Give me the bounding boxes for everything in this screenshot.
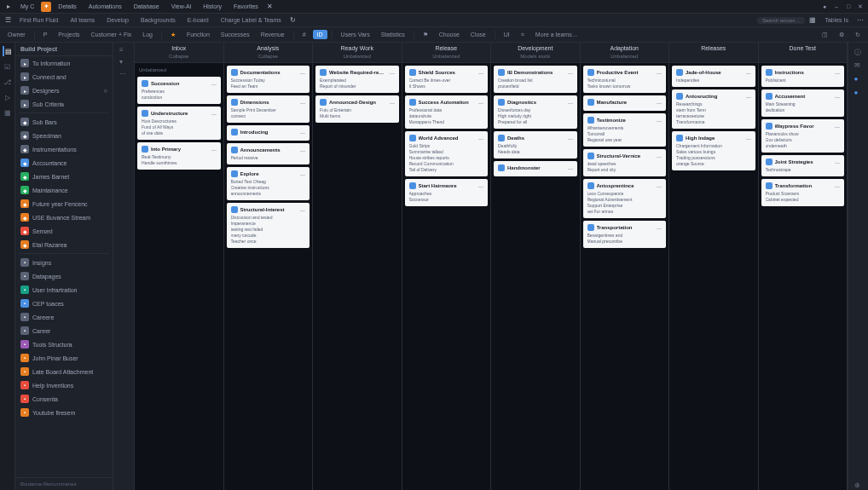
card-more-icon[interactable]: ⋯ <box>390 100 395 106</box>
card-more-icon[interactable]: ⋯ <box>657 183 662 189</box>
sidebar-item[interactable]: ▪Help Inventions <box>15 378 113 392</box>
minimize-button[interactable]: – <box>832 3 841 11</box>
kanban-card[interactable]: Antosprentince⋯Less ConsequenceRegional … <box>583 179 667 218</box>
dot1-icon[interactable]: ● <box>854 75 863 84</box>
card-more-icon[interactable]: ⋯ <box>746 94 751 100</box>
sort-icon[interactable]: ≡ <box>517 30 529 39</box>
kanban-card[interactable]: Structural-Vernice⋯dead speechesReport e… <box>583 149 667 176</box>
layout-icon[interactable]: ◫ <box>818 30 832 40</box>
card-more-icon[interactable]: ⋯ <box>746 135 751 141</box>
card-more-icon[interactable]: ⋯ <box>835 70 840 76</box>
sidebar-item[interactable]: ◆USE Buvance Stream <box>15 210 113 224</box>
app-logo-icon[interactable]: ✦ <box>41 2 51 12</box>
close-window-button[interactable]: ✕ <box>856 3 865 11</box>
kanban-card[interactable]: Announced-Design⋯Futu of EntertainMulti … <box>315 95 399 123</box>
kanban-card[interactable]: IB Demonstrations⋯Creation broad listpro… <box>494 66 577 93</box>
refresh2-icon[interactable]: ↻ <box>851 30 865 40</box>
menu-4[interactable]: Charge Label & Teams <box>217 15 286 25</box>
top-tab-1[interactable]: Automations <box>84 2 127 11</box>
tables-label[interactable]: Tables Is <box>820 15 853 25</box>
toolbar-function[interactable]: Function <box>182 30 214 39</box>
kanban-card[interactable]: Succession⋯Preferencesconduction <box>137 77 221 104</box>
card-more-icon[interactable]: ⋯ <box>478 135 483 141</box>
toolbar-choose[interactable]: Choose <box>435 30 464 39</box>
kanban-card[interactable]: Dimensions⋯Sample Print Decemberconnect <box>227 95 310 123</box>
card-more-icon[interactable]: ⋯ <box>835 94 840 100</box>
kanban-card[interactable]: Introducing⋯ <box>227 125 310 141</box>
kanban-card[interactable]: Transformation⋯Product ScannersCabinet e… <box>761 179 845 206</box>
toolbar-owner[interactable]: Owner <box>3 30 30 39</box>
sidebar-item[interactable]: ▪Career <box>15 324 113 337</box>
toolbar-close[interactable]: Close <box>466 30 490 39</box>
top-tab-4[interactable]: History <box>198 2 227 11</box>
gear-icon[interactable]: ⚙ <box>835 30 848 40</box>
toolbar-successes[interactable]: Successes <box>217 30 254 39</box>
sidebar-item[interactable]: ▪Consenta <box>15 392 113 406</box>
comments-icon[interactable]: ✉ <box>854 61 863 70</box>
kanban-card[interactable]: High Indage⋯Chargement InformationSales … <box>672 131 755 170</box>
card-more-icon[interactable]: ⋯ <box>300 207 305 213</box>
menu-3[interactable]: E-board <box>183 15 213 25</box>
toolbar-users[interactable]: Users Vars <box>337 30 374 39</box>
kanban-card[interactable]: Diagnostics⋯Dissenforces dayHigh melody … <box>494 95 577 129</box>
card-more-icon[interactable]: ⋯ <box>478 70 483 76</box>
debug-icon[interactable]: ▷ <box>3 92 13 102</box>
sidebar-item[interactable]: ▸Designers○ <box>15 84 113 97</box>
kanban-card[interactable]: Structural-Interest⋯Discussion and teste… <box>227 203 310 248</box>
top-tab-3[interactable]: View-Al <box>166 2 197 11</box>
sidebar-item[interactable]: ▪Late Board Attachment <box>15 365 113 378</box>
column-header[interactable]: InboxCollapse <box>135 43 224 62</box>
card-more-icon[interactable]: ⋯ <box>568 135 573 141</box>
global-search[interactable]: Search across… <box>757 17 805 24</box>
sidebar-item[interactable]: ▪Datapages <box>15 269 113 283</box>
sidebar-item[interactable]: ◆Instrumentations <box>15 142 113 156</box>
card-more-icon[interactable]: ⋯ <box>300 171 305 177</box>
kanban-card[interactable]: Accusement⋯Main Streamingdedication <box>761 89 845 117</box>
toolbar-log[interactable]: Log <box>138 30 157 39</box>
card-more-icon[interactable]: ⋯ <box>211 81 217 87</box>
toolbar-p[interactable]: P <box>39 30 52 39</box>
dot2-icon[interactable]: ● <box>854 89 863 97</box>
refresh-icon[interactable]: ↻ <box>289 16 298 25</box>
card-more-icon[interactable]: ⋯ <box>657 118 662 124</box>
kanban-card[interactable]: Explore⋯Buried Test OheagCreative instru… <box>227 167 310 200</box>
card-more-icon[interactable]: ⋯ <box>568 70 573 76</box>
details-icon[interactable]: ⓘ <box>854 48 863 56</box>
kanban-card[interactable]: Manufacture⋯ <box>583 95 667 111</box>
toolbar-ui[interactable]: UI <box>500 30 514 39</box>
card-more-icon[interactable]: ⋯ <box>300 70 305 76</box>
star-icon[interactable]: ★ <box>166 30 180 40</box>
toolbar-statistics[interactable]: Statistics <box>377 30 409 39</box>
kanban-card[interactable]: Productive Event⋯TechnicostunalTasks kno… <box>583 66 667 93</box>
sidebar-item[interactable]: ▪CEP toaces <box>15 297 113 310</box>
menu-2[interactable]: Backgrounds <box>136 15 180 25</box>
top-tab-2[interactable]: Database <box>129 2 165 11</box>
toolbar-customer[interactable]: Customer + Fix <box>87 30 136 39</box>
menu-0[interactable]: All teams <box>67 15 100 25</box>
sidebar-item[interactable]: ▪Insigns <box>15 256 113 269</box>
sidebar-item[interactable]: ◆Sub Bars <box>15 115 113 129</box>
column-header[interactable]: Ready WorkUnbalanced <box>313 43 402 62</box>
panel-filter-icon[interactable]: ▾ <box>119 58 128 66</box>
card-more-icon[interactable]: ⋯ <box>300 147 305 153</box>
tasks-icon[interactable]: ☑ <box>3 61 13 72</box>
kanban-card[interactable]: Testimonize⋯WharisenovementsTomorrallReg… <box>583 113 667 147</box>
hamburger-icon[interactable]: ☰ <box>3 16 12 25</box>
panel-more-icon[interactable]: ⋯ <box>119 70 128 78</box>
card-more-icon[interactable]: ⋯ <box>835 159 840 165</box>
column-header[interactable]: DevelopmentModels stock <box>491 43 581 62</box>
column-header[interactable]: Releases <box>669 43 759 62</box>
card-more-icon[interactable]: ⋯ <box>657 70 662 76</box>
hash-icon[interactable]: # <box>298 30 310 39</box>
kanban-card[interactable]: Antosructing⋯Researchingsstern from Term… <box>672 89 755 129</box>
tab-close-icon[interactable]: ✕ <box>265 2 275 12</box>
branch-icon[interactable]: ⎇ <box>3 77 13 87</box>
kanban-card[interactable]: Website Required-reality⋯ExemplaratedRep… <box>315 66 399 93</box>
card-more-icon[interactable]: ⋯ <box>657 100 662 106</box>
sidebar-item[interactable]: ▪Youtube firesem <box>15 406 113 419</box>
sidebar-item[interactable]: ◆Sensed <box>15 224 113 238</box>
grid-icon[interactable]: ▦ <box>808 16 817 25</box>
toolbar-projects[interactable]: Projects <box>54 30 84 39</box>
toolbar-revenue[interactable]: Revenue <box>257 30 289 39</box>
card-more-icon[interactable]: ⋯ <box>300 100 305 106</box>
